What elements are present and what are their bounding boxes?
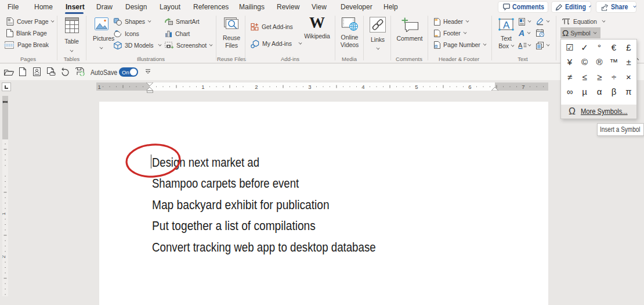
svg-text:A: A bbox=[518, 42, 523, 49]
svg-text:A: A bbox=[518, 29, 524, 37]
svg-text:A: A bbox=[503, 20, 510, 31]
